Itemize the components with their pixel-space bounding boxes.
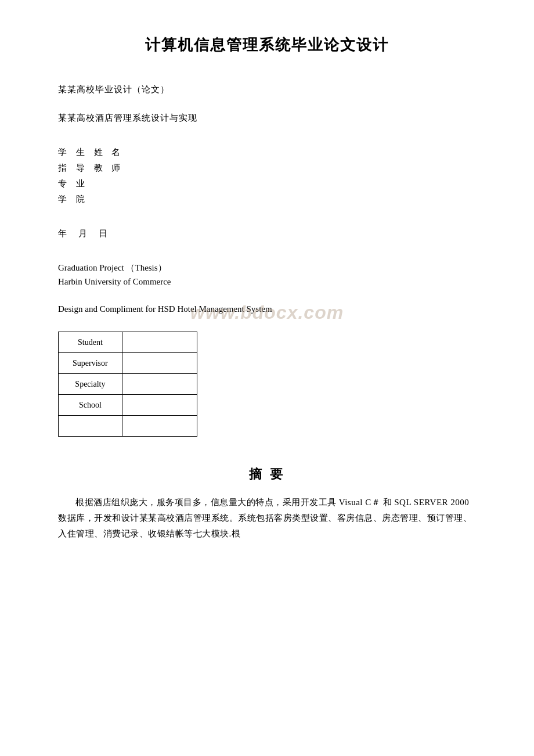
subtitle-cn: 某某高校毕业设计（论文） bbox=[58, 84, 476, 95]
date-line: 年 月 日 bbox=[58, 228, 476, 239]
table-row: Supervisor bbox=[59, 353, 197, 374]
graduation-project-en: Graduation Project （Thesis） bbox=[58, 262, 476, 273]
student-name-label: 学 生 姓 名 bbox=[58, 147, 476, 158]
university-en: Harbin University of Commerce bbox=[58, 277, 476, 287]
table-value-cell bbox=[122, 374, 197, 395]
table-value-cell bbox=[122, 353, 197, 374]
page-title: 计算机信息管理系统毕业论文设计 bbox=[58, 35, 476, 55]
info-section-cn: 学 生 姓 名 指 导 教 师 专 业 学 院 bbox=[58, 147, 476, 205]
abstract-text: 根据酒店组织庞大，服务项目多，信息量大的特点，采用开发工具 Visual C＃ … bbox=[58, 495, 476, 542]
info-table: StudentSupervisorSpecialtySchool bbox=[58, 332, 197, 437]
table-value-cell bbox=[122, 332, 197, 353]
table-label-cell: School bbox=[59, 395, 122, 416]
project-title-cn: 某某高校酒店管理系统设计与实现 bbox=[58, 113, 476, 124]
table-value-cell bbox=[122, 416, 197, 437]
table-label-cell: Supervisor bbox=[59, 353, 122, 374]
table-label-cell: Student bbox=[59, 332, 122, 353]
table-label-cell: Specialty bbox=[59, 374, 122, 395]
table-row: Specialty bbox=[59, 374, 197, 395]
table-label-cell bbox=[59, 416, 122, 437]
abstract-section: 摘 要 根据酒店组织庞大，服务项目多，信息量大的特点，采用开发工具 Visual… bbox=[58, 466, 476, 542]
table-row: School bbox=[59, 395, 197, 416]
page-container: www.bdocx.com 计算机信息管理系统毕业论文设计 某某高校毕业设计（论… bbox=[0, 0, 534, 756]
abstract-title: 摘 要 bbox=[58, 466, 476, 483]
table-row bbox=[59, 416, 197, 437]
table-row: Student bbox=[59, 332, 197, 353]
design-title-en: Design and Compliment for HSD Hotel Mana… bbox=[58, 304, 476, 314]
school-label: 学 院 bbox=[58, 194, 476, 205]
supervisor-label: 指 导 教 师 bbox=[58, 163, 476, 174]
specialty-label: 专 业 bbox=[58, 178, 476, 189]
table-value-cell bbox=[122, 395, 197, 416]
